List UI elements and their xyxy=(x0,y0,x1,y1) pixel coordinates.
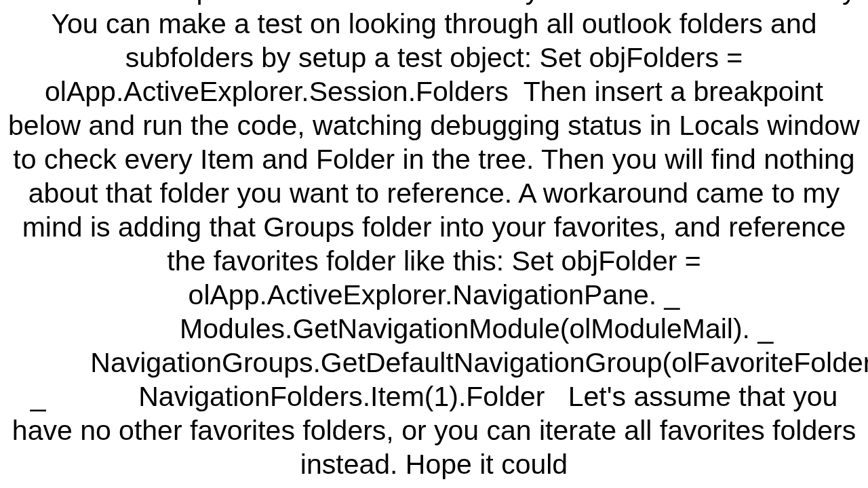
document-body: is that the Groups folder is not accesse… xyxy=(0,0,868,481)
body-text: is that the Groups folder is not accesse… xyxy=(5,0,868,480)
